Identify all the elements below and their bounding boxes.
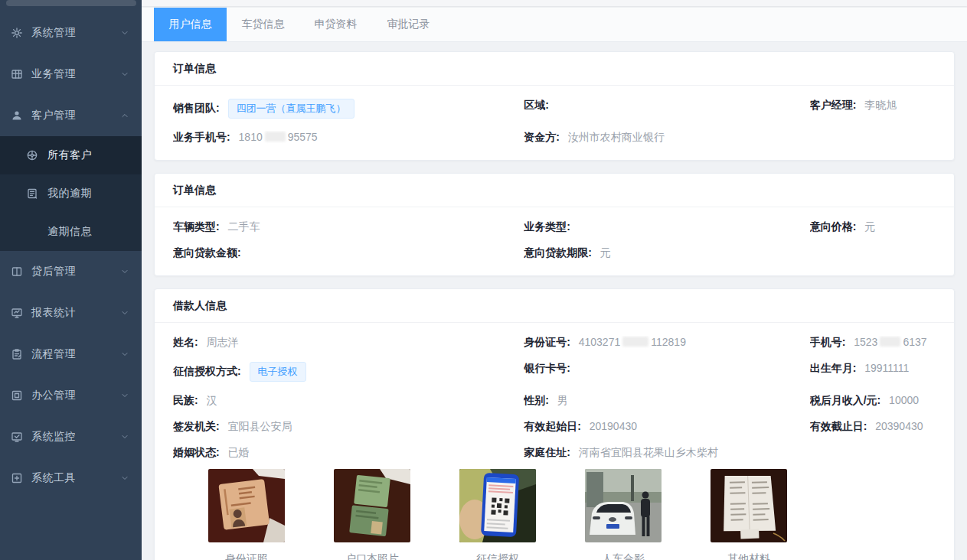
field-value: 已婚 — [228, 446, 250, 458]
field-value: 20390430 — [875, 420, 923, 432]
sidebar-item-label: 系统工具 — [31, 471, 120, 485]
field-empty — [810, 131, 936, 145]
sidebar-item-office-management[interactable]: 办公管理 — [0, 375, 142, 416]
user-icon — [11, 109, 23, 122]
field-account-manager: 客户经理: 李晓旭 — [810, 99, 936, 119]
photo-household-register[interactable]: 户口本照片 — [334, 469, 410, 560]
borrower-info-card: 借款人信息 姓名: 周志洋 身份证号: 4103271112819 手机号: — [154, 288, 955, 560]
sidebar-item-label: 所有客户 — [47, 148, 129, 162]
sidebar-top-bar — [6, 0, 136, 6]
field-valid-from: 有效起始日: 20190430 — [524, 420, 810, 434]
chevron-down-icon — [120, 432, 129, 441]
field-region: 区域: — [524, 99, 810, 119]
field-label: 婚姻状态: — [173, 446, 220, 458]
order-info-card-2: 订单信息 车辆类型: 二手车 业务类型: 意向价格: 元 — [154, 173, 955, 276]
field-label: 签发机关: — [173, 420, 220, 432]
sidebar-item-postloan-management[interactable]: 贷后管理 — [0, 251, 142, 292]
chevron-down-icon — [120, 70, 129, 79]
field-bank-card: 银行卡号: — [524, 362, 810, 382]
field-value: 二手车 — [228, 220, 260, 233]
field-label: 出生年月: — [810, 362, 857, 374]
field-issuing-authority: 签发机关: 宜阳县公安局 — [173, 420, 524, 434]
field-monthly-income: 税后月收入/元: 10000 — [810, 394, 936, 408]
wheel-icon — [26, 149, 38, 161]
tab-user-info[interactable]: 用户信息 — [154, 8, 227, 41]
monitor-check-icon — [11, 431, 23, 443]
notebook-icon — [26, 187, 38, 200]
sidebar-item-label: 报表统计 — [31, 306, 120, 320]
sidebar-item-system-management[interactable]: 系统管理 — [0, 12, 142, 54]
order-info-card-1: 订单信息 销售团队: 四团一营（直属王鹏飞） 区域: 客户经理: — [154, 51, 955, 161]
field-label: 民族: — [173, 394, 198, 406]
sidebar-item-system-monitor[interactable]: 系统监控 — [0, 416, 142, 457]
sidebar-item-label: 逾期信息 — [47, 225, 129, 239]
field-id-number: 身份证号: 4103271112819 — [524, 336, 810, 350]
chevron-down-icon — [120, 308, 129, 317]
field-label: 有效截止日: — [810, 420, 867, 432]
field-value: 10000 — [889, 394, 919, 406]
sidebar-item-business-management[interactable]: 业务管理 — [0, 54, 142, 95]
field-intent-price: 意向价格: 元 — [810, 220, 936, 234]
field-mobile-phone: 手机号: 15236137 — [810, 336, 936, 350]
field-intent-loan-amount: 意向贷款金额: — [173, 246, 524, 260]
tab-loan-application-docs[interactable]: 申贷资料 — [299, 8, 372, 41]
tab-approval-records[interactable]: 审批记录 — [372, 8, 445, 41]
field-empty — [810, 446, 936, 460]
sidebar: 系统管理 业务管理 客户管理 — [0, 0, 142, 560]
handwritten-document-photo-thumbnail — [711, 469, 787, 542]
sidebar-item-my-overdue[interactable]: 我的逾期 — [0, 174, 142, 213]
field-value: 20190430 — [590, 420, 637, 432]
sidebar-item-label: 贷后管理 — [31, 265, 120, 278]
photo-other-document[interactable]: 其他材料 — [711, 469, 787, 560]
field-label: 意向贷款期限: — [524, 246, 592, 259]
field-value: 宜阳县公安局 — [228, 420, 292, 432]
card-title: 订单信息 — [155, 52, 954, 86]
sidebar-item-process-management[interactable]: 流程管理 — [0, 334, 142, 375]
field-label: 客户经理: — [810, 99, 857, 111]
sidebar-menu: 系统管理 业务管理 客户管理 — [0, 0, 142, 499]
field-label: 身份证号: — [524, 336, 570, 348]
sidebar-item-system-tools[interactable]: 系统工具 — [0, 457, 142, 499]
field-funder: 资金方: 汝州市农村商业银行 — [524, 131, 810, 145]
photo-id-card[interactable]: 身份证照 — [208, 469, 285, 560]
sidebar-item-overdue-info[interactable]: 逾期信息 — [0, 213, 142, 251]
grid-icon — [11, 68, 23, 80]
field-value: 元 — [600, 246, 611, 259]
field-gender: 性别: 男 — [524, 394, 810, 408]
photo-person-with-car[interactable]: 人车合影 — [585, 469, 662, 560]
field-label: 手机号: — [810, 336, 846, 348]
card-title: 借款人信息 — [155, 289, 954, 323]
tab-car-loan-info[interactable]: 车贷信息 — [227, 8, 299, 41]
photo-caption: 人车合影 — [585, 552, 662, 560]
gear-icon — [11, 27, 23, 39]
redaction-blur — [622, 337, 648, 347]
phone-qr-photo-thumbnail — [459, 469, 536, 542]
sidebar-item-label: 系统监控 — [31, 430, 120, 444]
field-intent-loan-term: 意向贷款期限: 元 — [524, 246, 810, 260]
sidebar-item-all-customers[interactable]: 所有客户 — [0, 136, 142, 174]
book-icon — [11, 265, 23, 278]
photo-caption: 其他材料 — [711, 552, 787, 560]
sidebar-item-label: 系统管理 — [31, 26, 120, 40]
field-value: 181095575 — [239, 131, 318, 143]
photo-credit-auth-qr[interactable]: 征信授权 — [459, 469, 536, 560]
chevron-down-icon — [120, 28, 129, 37]
chevron-down-icon — [120, 391, 129, 400]
field-label: 意向价格: — [810, 220, 857, 233]
field-value: 男 — [557, 394, 568, 406]
credit-auth-tag[interactable]: 电子授权 — [250, 362, 306, 382]
photo-caption: 身份证照 — [208, 552, 285, 560]
field-business-phone: 业务手机号: 181095575 — [173, 131, 524, 145]
sidebar-item-customer-management[interactable]: 客户管理 — [0, 95, 142, 136]
field-label: 家庭住址: — [524, 446, 570, 458]
sales-team-tag[interactable]: 四团一营（直属王鹏飞） — [228, 99, 354, 119]
field-value: 周志洋 — [207, 336, 239, 348]
photo-caption: 征信授权 — [459, 552, 536, 560]
photo-caption: 户口本照片 — [334, 552, 410, 560]
field-value: 河南省宜阳县花果山乡木柴村 — [579, 446, 718, 458]
field-label: 意向贷款金额: — [173, 246, 241, 259]
field-valid-to: 有效截止日: 20390430 — [810, 420, 936, 434]
sidebar-item-report-statistics[interactable]: 报表统计 — [0, 292, 142, 334]
redaction-blur — [880, 337, 900, 347]
square-icon — [11, 389, 23, 402]
